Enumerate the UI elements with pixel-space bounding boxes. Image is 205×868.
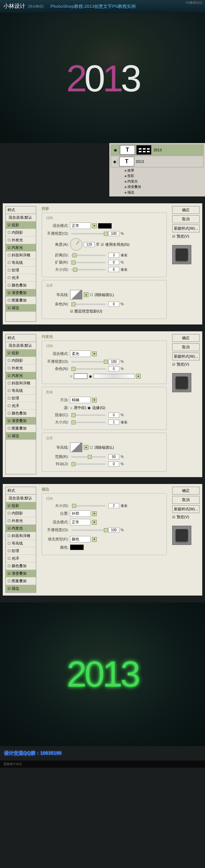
opacity-slider[interactable] (71, 233, 106, 234)
visibility-icon[interactable]: ◉ (112, 158, 118, 165)
hero-text: 2013 (66, 56, 139, 100)
cancel-button[interactable]: 取消 (172, 215, 200, 223)
antialias-checkbox[interactable]: ☐ (90, 446, 93, 449)
layer-row[interactable]: ◉ T 2013 (111, 156, 204, 167)
noise-slider[interactable] (71, 368, 106, 370)
new-style-button[interactable]: 新建样式(W)... (172, 225, 200, 232)
angle-input[interactable]: 129 (84, 242, 95, 247)
preview-thumb (172, 526, 191, 545)
style-gradient-overlay[interactable]: 渐变叠加 (6, 289, 36, 297)
position-select[interactable]: 外部 (70, 510, 91, 517)
fx-item[interactable]: 内发光 (124, 179, 204, 184)
ok-button[interactable]: 确定 (172, 487, 200, 495)
footer-text: 设计交流QQ群：10635190 (0, 746, 205, 761)
style-shadow[interactable]: 投影 (6, 221, 36, 229)
style-stroke[interactable]: 描边 (6, 304, 36, 312)
choke-slider[interactable] (71, 414, 106, 416)
style-default[interactable]: 混合选项:默认 (6, 214, 36, 221)
dropdown-icon[interactable]: ▾ (92, 520, 97, 525)
method-select[interactable]: 精确 (70, 397, 91, 403)
gradient-picker[interactable] (94, 374, 135, 379)
dropdown-icon[interactable]: ▾ (136, 374, 141, 379)
styles-list: 样式 混合选项:默认 投影 内阴影 外发光 内发光 斜面和浮雕 等高线 纹理 光… (5, 487, 36, 593)
spread-input[interactable]: 0 (108, 260, 119, 265)
structure-group: 结构 大小(S):2像素 位置:外部▾ 混合模式:正常▾ 不透明度(O):100… (42, 493, 167, 555)
angle-dial[interactable] (70, 238, 82, 251)
quality-group: 品质 等高线:▾☐消除锯齿(L) 杂色(N):0% ☑图层挖空投影(U) (42, 280, 167, 319)
fx-item[interactable]: 投影 (124, 173, 204, 179)
knockout-checkbox[interactable]: ☑ (70, 309, 73, 313)
dropdown-icon[interactable]: ▾ (92, 398, 97, 403)
fx-header: 效果 (124, 168, 204, 173)
style-inner-glow-active[interactable]: 内发光 (6, 372, 36, 380)
dropdown-icon[interactable]: ▾ (92, 352, 97, 356)
preview-checkbox[interactable]: ☑ (172, 234, 175, 238)
source-edge-radio[interactable]: ◉ (87, 406, 91, 410)
style-inner-shadow[interactable]: 内阴影 (6, 229, 36, 237)
elements-group: 图素 方法:精确▾ 源:○居中(E)◉边缘(G) 阻塞(C):0% 大小(S):… (42, 387, 167, 430)
style-satin[interactable]: 光泽 (6, 274, 36, 282)
opacity-slider[interactable] (71, 529, 106, 531)
layer-row[interactable]: ◉ T 2013 (111, 144, 204, 155)
dropdown-icon[interactable]: ▾ (92, 511, 97, 516)
contour-picker[interactable] (70, 290, 82, 299)
noise-input[interactable]: 0 (108, 302, 119, 307)
global-light-checkbox[interactable]: ☑ (101, 243, 104, 246)
style-stroke-active[interactable]: 描边 (6, 585, 36, 592)
jitter-slider[interactable] (71, 463, 106, 465)
dropdown-icon[interactable]: ▾ (92, 537, 97, 542)
size-input[interactable]: 6 (108, 267, 119, 272)
dropdown-icon[interactable]: ▾ (84, 445, 88, 450)
style-texture[interactable]: 纹理 (6, 267, 36, 274)
size-input[interactable]: 2 (108, 503, 119, 508)
style-outer-glow[interactable]: 外发光 (6, 237, 36, 244)
new-style-button[interactable]: 新建样式(W)... (172, 353, 200, 360)
size-slider[interactable] (71, 269, 106, 270)
fx-item[interactable]: 描边 (124, 190, 204, 195)
spread-slider[interactable] (71, 262, 106, 263)
blend-mode-select[interactable]: 正常 (70, 222, 91, 229)
blend-mode-select[interactable]: 柔光 (70, 350, 91, 357)
size-slider[interactable] (71, 505, 106, 507)
style-contour[interactable]: 等高线 (6, 259, 36, 267)
distance-slider[interactable] (71, 255, 106, 256)
styles-list: 样式 混合选项:默认 投影 内阴影 外发光 内发光 斜面和浮雕 等高线 纹理 光… (5, 206, 36, 322)
contour-picker[interactable] (70, 443, 82, 452)
fx-item[interactable]: 渐变叠加 (124, 184, 204, 190)
gradient-radio[interactable]: ◉ (89, 374, 92, 379)
size-slider[interactable] (71, 422, 106, 423)
glow-color[interactable] (74, 373, 87, 379)
ok-button[interactable]: 确定 (172, 334, 200, 342)
layer-mask[interactable] (136, 145, 151, 155)
source-center-radio[interactable]: ○ (70, 406, 72, 410)
antialias-checkbox[interactable]: ☐ (90, 293, 93, 297)
fill-type-select[interactable]: 颜色 (70, 536, 91, 542)
color-swatch[interactable] (98, 223, 112, 229)
structure-group: 结构 混合模式:正常▾ 不透明度(O):100% 角度(A):129度☑使用全局… (42, 213, 167, 277)
logo-sub: [原创教程] (28, 4, 44, 9)
new-style-button[interactable]: 新建样式(W)... (172, 505, 200, 513)
stroke-color-swatch[interactable] (70, 545, 84, 550)
cancel-button[interactable]: 取消 (172, 496, 200, 504)
visibility-icon[interactable]: ◉ (112, 147, 119, 153)
opacity-input[interactable]: 100 (108, 231, 119, 236)
ok-button[interactable]: 确定 (172, 206, 200, 214)
preview-thumb (172, 245, 191, 264)
opacity-slider[interactable] (71, 361, 106, 362)
dropdown-icon[interactable]: ▾ (84, 292, 88, 297)
dropdown-icon[interactable]: ▾ (92, 224, 97, 228)
cancel-button[interactable]: 取消 (172, 343, 200, 351)
style-pattern-overlay[interactable]: 图案叠加 (6, 297, 36, 304)
distance-input[interactable]: 3 (108, 253, 119, 258)
style-bevel[interactable]: 斜面和浮雕 (6, 252, 36, 259)
style-inner-glow[interactable]: 内发光 (6, 244, 36, 252)
blend-mode-select[interactable]: 正常 (70, 519, 91, 525)
range-slider[interactable] (71, 456, 106, 458)
layer-style-dialog-glow: 样式 混合选项:默认 投影 内阴影 外发光 内发光 斜面和浮雕 等高线 纹理 光… (3, 331, 202, 477)
layer-style-dialog-shadow: 样式 混合选项:默认 投影 内阴影 外发光 内发光 斜面和浮雕 等高线 纹理 光… (3, 203, 202, 324)
noise-slider[interactable] (71, 304, 106, 305)
style-color-overlay[interactable]: 颜色叠加 (6, 282, 36, 289)
color-radio[interactable]: ○ (70, 374, 72, 378)
dialog-buttons: 确定 取消 新建样式(W)... ☑预览(V) (172, 334, 200, 474)
layer-thumb: T (120, 145, 135, 155)
